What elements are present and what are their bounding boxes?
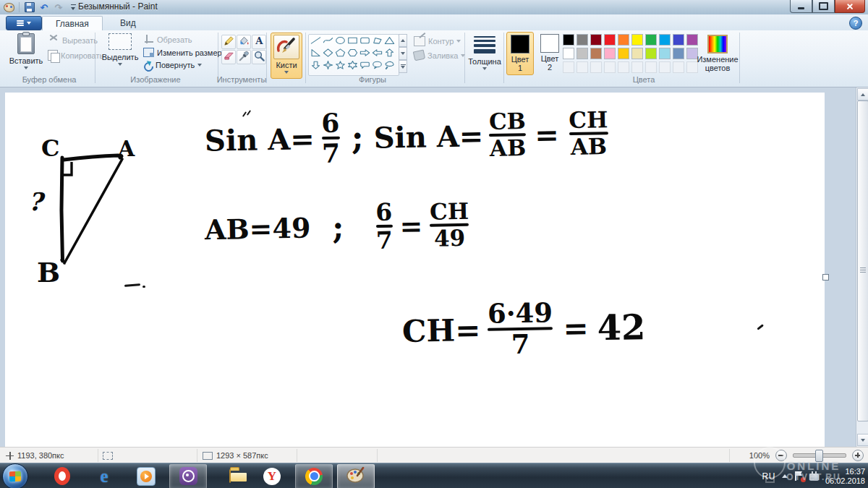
empty-color-slot[interactable] [631, 61, 643, 73]
fill-tool-button[interactable] [237, 35, 251, 49]
arrow-left-shape[interactable] [371, 48, 383, 60]
start-button[interactable] [2, 463, 28, 488]
customize-quick-access-icon[interactable] [67, 1, 79, 13]
right-triangle-shape[interactable] [310, 48, 322, 60]
color-swatch[interactable] [618, 48, 629, 59]
diamond-shape[interactable] [322, 48, 334, 60]
curve-shape[interactable] [322, 35, 334, 48]
zoom-slider[interactable] [793, 453, 846, 458]
arrow-up-shape[interactable] [383, 48, 396, 60]
tab-home[interactable]: Главная [42, 16, 103, 31]
paste-button[interactable]: Вставить [7, 33, 45, 69]
zoom-out-button[interactable] [775, 450, 787, 461]
taskbar-app-internet-explorer[interactable]: e [85, 464, 123, 488]
star-5-shape[interactable] [334, 60, 346, 72]
callout-cloud-shape[interactable] [383, 60, 396, 72]
color-swatch[interactable] [631, 34, 643, 46]
help-icon[interactable]: ? [849, 17, 862, 30]
taskbar-app-media-player[interactable] [127, 464, 165, 488]
thickness-button[interactable]: Толщина [469, 33, 501, 70]
color-swatch[interactable] [673, 34, 684, 46]
undo-icon[interactable]: ↶ [38, 1, 50, 13]
edit-colors-button[interactable]: Изменение цветов [699, 35, 736, 72]
language-indicator[interactable]: RU [762, 471, 775, 481]
empty-color-slot[interactable] [618, 61, 629, 73]
empty-color-slot[interactable] [673, 61, 684, 73]
taskbar-app-chrome[interactable] [295, 464, 333, 488]
color-swatch[interactable] [673, 48, 684, 59]
scroll-down-button[interactable] [857, 434, 868, 446]
taskbar-app-paint[interactable] [337, 464, 375, 488]
brushes-button[interactable]: Кисти [271, 33, 302, 79]
color-swatch[interactable] [604, 48, 616, 59]
callout-rounded-shape[interactable] [359, 60, 371, 72]
color-swatch[interactable] [631, 48, 643, 59]
taskbar-app-opera[interactable] [43, 464, 81, 488]
eraser-tool-button[interactable] [221, 50, 236, 64]
rounded-rectangle-shape[interactable] [359, 35, 371, 48]
color-swatch[interactable] [659, 34, 671, 46]
empty-color-slot[interactable] [576, 61, 588, 73]
color-swatch[interactable] [563, 48, 574, 59]
taskbar-app-viber[interactable] [169, 464, 207, 488]
color-swatch[interactable] [645, 34, 657, 46]
triangle-shape[interactable] [383, 35, 396, 48]
empty-color-slot[interactable] [563, 61, 574, 73]
action-center-icon[interactable] [794, 471, 803, 481]
cut-button[interactable]: Вырезать [49, 36, 98, 45]
tab-view[interactable]: Вид [107, 16, 149, 30]
ellipse-shape[interactable] [334, 35, 346, 48]
hexagon-shape[interactable] [346, 48, 359, 60]
color-swatch[interactable] [576, 34, 588, 46]
color-swatch[interactable] [645, 48, 657, 59]
zoom-slider-thumb[interactable] [815, 450, 823, 462]
rectangle-shape[interactable] [346, 35, 359, 48]
line-shape[interactable] [310, 35, 322, 48]
redo-icon[interactable]: ↷ [53, 1, 64, 13]
power-icon[interactable] [809, 474, 819, 481]
empty-color-slot[interactable] [590, 61, 602, 73]
star-4-shape[interactable] [322, 60, 334, 72]
color-swatch[interactable] [604, 34, 616, 46]
maximize-button[interactable] [812, 0, 835, 13]
vertical-scrollbar[interactable] [856, 87, 868, 447]
paint-logo-icon[interactable] [3, 1, 14, 13]
arrow-right-shape[interactable] [359, 48, 371, 60]
pentagon-shape[interactable] [334, 48, 346, 60]
shape-fill-button[interactable]: Заливка [414, 51, 465, 60]
scroll-up-button[interactable] [857, 88, 868, 100]
magnifier-tool-button[interactable] [252, 50, 266, 64]
save-icon[interactable] [24, 1, 35, 13]
empty-color-slot[interactable] [659, 61, 671, 73]
color-swatch[interactable] [659, 48, 671, 59]
paint-menu-button[interactable] [6, 16, 42, 30]
color1-button[interactable]: Цвет 1 [506, 32, 534, 75]
color-swatch[interactable] [590, 34, 602, 46]
select-button[interactable]: Выделить [101, 33, 139, 66]
callout-oval-shape[interactable] [371, 60, 383, 72]
color2-button[interactable]: Цвет 2 [537, 32, 563, 75]
text-tool-button[interactable]: A [252, 35, 266, 49]
crop-button[interactable]: Обрезать [145, 35, 192, 44]
empty-color-slot[interactable] [645, 61, 657, 73]
scrollbar-thumb[interactable] [857, 100, 868, 421]
close-button[interactable] [835, 0, 865, 13]
color-swatch[interactable] [618, 34, 629, 46]
taskbar-app-explorer-folder[interactable] [211, 464, 249, 488]
color-swatch[interactable] [590, 48, 602, 59]
outline-button[interactable]: Контур [414, 36, 461, 46]
hidden-icons-arrow[interactable] [782, 474, 788, 478]
polygon-shape[interactable] [371, 35, 383, 48]
color-swatch[interactable] [563, 34, 574, 46]
minimize-button[interactable] [790, 0, 812, 13]
resize-button[interactable]: Изменить размер [143, 48, 222, 57]
empty-color-slot[interactable] [604, 61, 616, 73]
shapes-scroll-up-button[interactable] [399, 34, 407, 47]
canvas-resize-handle[interactable] [822, 274, 829, 281]
shapes-more-button[interactable] [399, 60, 407, 73]
rotate-button[interactable]: Повернуть [143, 61, 202, 69]
taskbar-app-yandex[interactable]: Y [253, 464, 291, 488]
star-6-shape[interactable] [346, 60, 359, 72]
arrow-down-shape[interactable] [310, 60, 322, 72]
copy-button[interactable]: Копировать [48, 50, 103, 61]
